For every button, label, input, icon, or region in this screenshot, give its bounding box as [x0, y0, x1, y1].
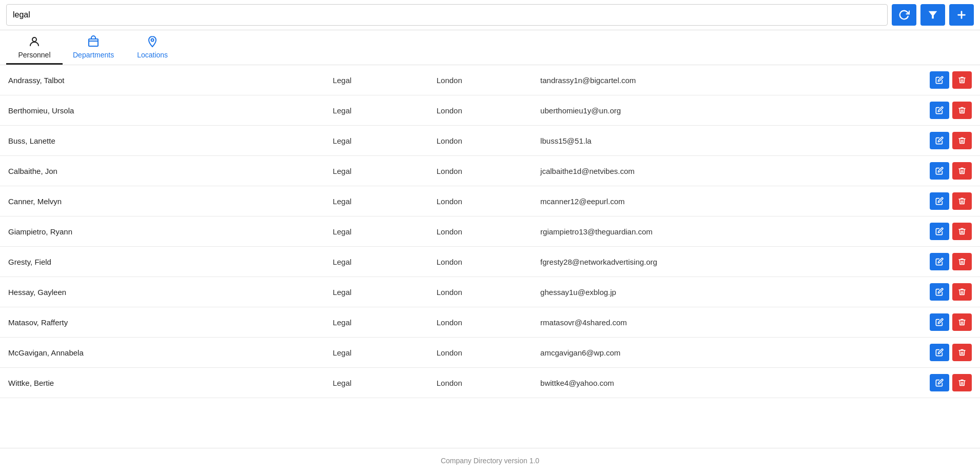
tab-departments-label: Departments	[73, 51, 114, 59]
table-row: McGavigan, Annabela Legal London amcgavi…	[0, 338, 980, 368]
svg-marker-0	[929, 11, 937, 19]
cell-dept: Legal	[332, 348, 436, 357]
cell-name: Giampietro, Ryann	[8, 227, 332, 236]
table-row: Calbaithe, Jon Legal London jcalbaithe1d…	[0, 156, 980, 186]
edit-button[interactable]	[930, 223, 949, 240]
svg-rect-4	[89, 39, 98, 46]
cell-name: Andrassy, Talbot	[8, 76, 332, 85]
delete-button[interactable]	[952, 374, 972, 391]
delete-icon	[958, 258, 966, 266]
edit-button[interactable]	[930, 253, 949, 270]
edit-icon	[935, 227, 944, 235]
cell-name: Matasov, Rafferty	[8, 318, 332, 327]
edit-button[interactable]	[930, 192, 949, 210]
edit-icon	[935, 318, 944, 326]
table-row: Matasov, Rafferty Legal London rmatasovr…	[0, 307, 980, 338]
cell-location: London	[437, 258, 540, 266]
filter-icon	[927, 9, 938, 21]
edit-button[interactable]	[930, 283, 949, 301]
delete-button[interactable]	[952, 313, 972, 331]
delete-button[interactable]	[952, 162, 972, 180]
edit-icon	[935, 288, 944, 296]
cell-email: mcanner12@eepurl.com	[540, 197, 930, 206]
cell-dept: Legal	[332, 379, 436, 387]
cell-name: Hessay, Gayleen	[8, 288, 332, 297]
delete-icon	[958, 227, 966, 235]
delete-button[interactable]	[952, 283, 972, 301]
cell-email: tandrassy1n@bigcartel.com	[540, 76, 930, 85]
tab-locations[interactable]: Locations	[124, 30, 181, 65]
table-row: Canner, Melvyn Legal London mcanner12@ee…	[0, 186, 980, 216]
delete-button[interactable]	[952, 192, 972, 210]
cell-actions	[930, 223, 972, 240]
delete-button[interactable]	[952, 344, 972, 361]
cell-location: London	[437, 288, 540, 297]
refresh-button[interactable]	[892, 4, 916, 26]
edit-icon	[935, 136, 944, 145]
edit-button[interactable]	[930, 132, 949, 149]
tab-departments[interactable]: Departments	[63, 30, 124, 65]
tab-locations-label: Locations	[137, 51, 168, 59]
list-area: Andrassy, Talbot Legal London tandrassy1…	[0, 65, 980, 448]
cell-location: London	[437, 76, 540, 85]
delete-button[interactable]	[952, 71, 972, 89]
cell-dept: Legal	[332, 197, 436, 206]
delete-icon	[958, 76, 966, 84]
cell-dept: Legal	[332, 106, 436, 115]
edit-button[interactable]	[930, 374, 949, 391]
cell-location: London	[437, 106, 540, 115]
add-button[interactable]	[949, 4, 974, 26]
cell-dept: Legal	[332, 227, 436, 236]
search-input[interactable]	[6, 4, 888, 26]
table-row: Buss, Lanette Legal London lbuss15@51.la	[0, 126, 980, 156]
cell-location: London	[437, 167, 540, 175]
add-icon	[956, 9, 967, 21]
cell-name: Calbaithe, Jon	[8, 167, 332, 175]
footer-label: Company Directory version 1.0	[441, 457, 539, 465]
edit-button[interactable]	[930, 102, 949, 119]
table-row: Wittke, Bertie Legal London bwittke4@yah…	[0, 368, 980, 398]
delete-button[interactable]	[952, 102, 972, 119]
delete-button[interactable]	[952, 223, 972, 240]
footer: Company Directory version 1.0	[0, 448, 980, 473]
cell-dept: Legal	[332, 288, 436, 297]
cell-actions	[930, 313, 972, 331]
edit-button[interactable]	[930, 71, 949, 89]
filter-button[interactable]	[920, 4, 945, 26]
delete-button[interactable]	[952, 132, 972, 149]
cell-dept: Legal	[332, 318, 436, 327]
cell-email: uberthomieu1y@un.org	[540, 106, 930, 115]
cell-email: lbuss15@51.la	[540, 136, 930, 145]
cell-name: Gresty, Field	[8, 258, 332, 266]
cell-name: Buss, Lanette	[8, 136, 332, 145]
cell-email: rmatasovr@4shared.com	[540, 318, 930, 327]
delete-icon	[958, 318, 966, 326]
cell-email: fgresty28@networkadvertising.org	[540, 258, 930, 266]
edit-button[interactable]	[930, 313, 949, 331]
departments-icon	[87, 35, 100, 50]
edit-button[interactable]	[930, 344, 949, 361]
app-container: Personnel Departments Locations	[0, 0, 980, 473]
delete-icon	[958, 288, 966, 296]
edit-icon	[935, 167, 944, 175]
cell-actions	[930, 162, 972, 180]
cell-dept: Legal	[332, 136, 436, 145]
cell-actions	[930, 344, 972, 361]
delete-icon	[958, 379, 966, 387]
edit-button[interactable]	[930, 162, 949, 180]
delete-button[interactable]	[952, 253, 972, 270]
delete-icon	[958, 197, 966, 205]
cell-dept: Legal	[332, 167, 436, 175]
cell-location: London	[437, 227, 540, 236]
cell-actions	[930, 102, 972, 119]
edit-icon	[935, 197, 944, 205]
svg-point-6	[151, 39, 154, 42]
cell-dept: Legal	[332, 76, 436, 85]
cell-actions	[930, 132, 972, 149]
table-row: Andrassy, Talbot Legal London tandrassy1…	[0, 65, 980, 95]
cell-location: London	[437, 136, 540, 145]
edit-icon	[935, 106, 944, 114]
tab-personnel[interactable]: Personnel	[6, 30, 63, 65]
cell-email: bwittke4@yahoo.com	[540, 379, 930, 387]
tabs-row: Personnel Departments Locations	[0, 30, 980, 65]
